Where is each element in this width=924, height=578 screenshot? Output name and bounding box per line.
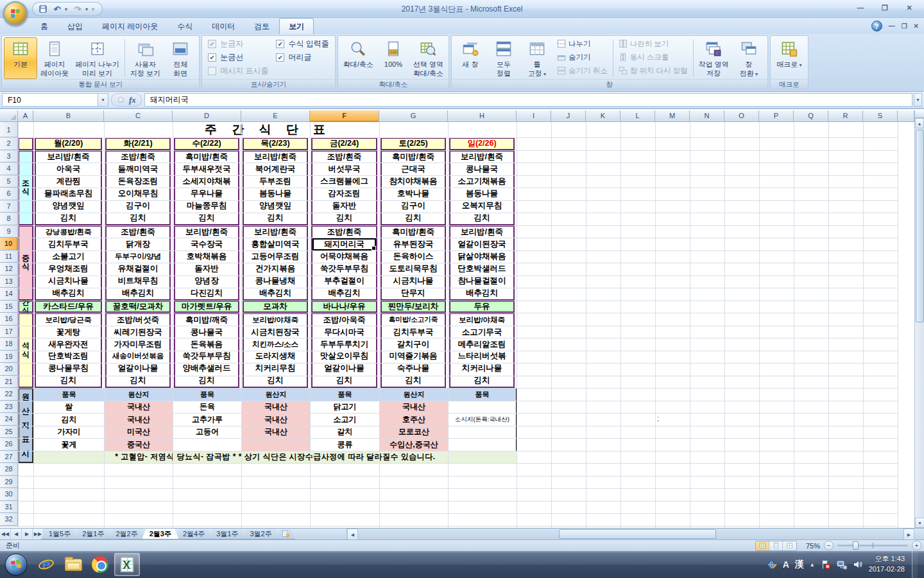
prev-sheet-icon[interactable]: ◀	[11, 529, 22, 539]
first-sheet-icon[interactable]: ◀◀	[0, 529, 11, 539]
ribbon-button[interactable]: 페이지 레이아웃	[37, 37, 72, 79]
meal-cell[interactable]: 닭개장	[107, 238, 169, 250]
meal-cell[interactable]: 김치	[450, 212, 513, 224]
row-header-29[interactable]: 29	[0, 476, 18, 489]
meal-cell[interactable]: 무다시마국	[312, 326, 376, 338]
row-header-10[interactable]: 10	[0, 238, 18, 250]
meal-cell[interactable]: 얼갈이나물	[107, 362, 169, 374]
snack-cell[interactable]: 꿀호떡/모과차	[105, 301, 171, 313]
ribbon-button[interactable]: 동시 스크롤	[615, 51, 691, 64]
row-header-6[interactable]: 6	[0, 188, 18, 200]
snack-cell[interactable]: 마가렛트/우유	[174, 301, 239, 313]
ribbon-checkbox[interactable]: ✔눈금선	[204, 51, 272, 64]
meal-cell[interactable]: 단호박조림	[36, 350, 101, 362]
meal-cell[interactable]: 돈육장조림	[107, 175, 169, 188]
row-header-21[interactable]: 21	[0, 376, 18, 389]
row-header-12[interactable]: 12	[0, 263, 18, 276]
redo-icon[interactable]: ↷	[71, 3, 84, 15]
meal-cell[interactable]: 참나물겉절이	[450, 275, 513, 287]
meal-cell[interactable]: 김구이	[107, 200, 169, 212]
meal-cell[interactable]: 조밥/흰죽	[107, 152, 169, 164]
origin-cell[interactable]: 김치	[34, 414, 105, 426]
meal-cell[interactable]: 김치	[382, 212, 445, 224]
origin-cell[interactable]: 국내산	[105, 414, 173, 426]
minimize-button[interactable]: —	[852, 3, 869, 13]
meal-cell[interactable]: 김치	[382, 374, 445, 387]
meal-cell[interactable]: 보리밥/당근죽	[36, 314, 101, 326]
meal-cell[interactable]: 김치	[175, 374, 238, 387]
column-header-S[interactable]: S	[863, 110, 898, 122]
meal-cell[interactable]: 건가지볶음	[244, 263, 307, 275]
meal-cell[interactable]: 김치	[312, 374, 376, 387]
normal-view-button[interactable]	[756, 541, 769, 550]
zoom-slider[interactable]	[837, 545, 908, 547]
meal-cell[interactable]: 봄동나물	[244, 188, 307, 200]
meal-cell[interactable]: 배추김치	[450, 287, 513, 299]
meal-cell[interactable]: 얼갈이나물	[312, 362, 376, 374]
meal-cell[interactable]: 보리밥/흰죽	[244, 152, 307, 164]
row-header-25[interactable]: 25	[0, 426, 18, 439]
origin-cell[interactable]: 콩류	[311, 439, 380, 451]
meal-cell[interactable]: 양념장	[175, 275, 238, 287]
tray-expand-icon[interactable]: ▲	[810, 562, 815, 568]
snack-cell[interactable]: 카스타드/우유	[35, 301, 102, 313]
origin-cell[interactable]: 고등어	[173, 426, 242, 439]
origin-cell[interactable]: 중국산	[105, 439, 173, 451]
meal-cell[interactable]: 스크램블에그	[312, 175, 376, 188]
meal-cell[interactable]: 김치	[244, 212, 307, 224]
meal-cell[interactable]: 참치야채볶음	[382, 175, 445, 188]
origin-cell[interactable]	[242, 439, 311, 451]
column-header-H[interactable]: H	[448, 110, 517, 122]
origin-cell[interactable]	[449, 426, 517, 439]
row-header-20[interactable]: 20	[0, 363, 18, 376]
meal-cell[interactable]: 보리밥/흰죽	[244, 227, 307, 239]
origin-cell[interactable]: 돈육	[173, 401, 242, 414]
taskbar-chrome[interactable]	[87, 553, 113, 576]
action-center-flag-icon[interactable]	[821, 559, 831, 570]
sheet-tab-2월2주[interactable]: 2월2주	[108, 529, 146, 539]
meal-cell[interactable]: 단무지	[382, 287, 445, 299]
taskbar-internet-explorer[interactable]: e	[33, 553, 59, 576]
next-sheet-icon[interactable]: ▶	[22, 529, 33, 539]
ribbon-tab[interactable]: 검토	[244, 18, 279, 34]
column-header-A[interactable]: A	[18, 110, 33, 122]
ribbon-button[interactable]: 창 전환 ▾	[732, 37, 766, 79]
origin-cell[interactable]: 고추가루	[173, 414, 242, 426]
ribbon-button[interactable]: 창 위치 다시 정렬	[615, 64, 691, 78]
meal-cell[interactable]: 가자미무조림	[107, 338, 169, 351]
meal-cell[interactable]: 쑥갓두부무침	[175, 350, 238, 362]
ribbon-button[interactable]: 기본	[4, 37, 37, 79]
ribbon-tab[interactable]: 페이지 레이아웃	[92, 18, 167, 34]
meal-cell[interactable]: 김치두부국	[36, 238, 101, 250]
ime-language-hanja[interactable]: 漢	[795, 559, 804, 570]
meal-cell[interactable]: 부추겉절이	[312, 275, 376, 287]
row-header-31[interactable]: 31	[0, 501, 18, 514]
meal-cell[interactable]: 호박채볶음	[175, 250, 238, 263]
meal-cell[interactable]: 김치	[36, 212, 101, 224]
taskbar-file-explorer[interactable]	[60, 553, 86, 576]
origin-cell[interactable]: 국내산	[105, 401, 173, 414]
sheet-tab-2월1주[interactable]: 2월1주	[74, 529, 112, 539]
meal-cell[interactable]: 배추김치	[312, 287, 376, 299]
page-layout-view-button[interactable]	[769, 541, 783, 550]
column-header-I[interactable]: I	[517, 110, 551, 122]
row-header-18[interactable]: 18	[0, 338, 18, 351]
zoom-level[interactable]: 75%	[801, 542, 820, 550]
meal-cell[interactable]: 김치	[36, 374, 101, 387]
meal-cell[interactable]: 감자조림	[312, 188, 376, 200]
ime-language-a[interactable]: A	[783, 559, 789, 570]
name-box-dropdown-icon[interactable]: ▾	[98, 93, 108, 107]
row-header-2[interactable]: 2	[0, 137, 18, 150]
meal-cell[interactable]: 비트채무침	[107, 275, 169, 287]
meal-cell[interactable]: 느타리버섯볶	[450, 350, 513, 362]
row-header-9[interactable]: 9	[0, 225, 18, 238]
snack-cell[interactable]: 모과차	[243, 301, 308, 313]
meal-cell[interactable]: 돈육하이스	[382, 250, 445, 263]
ribbon-button[interactable]: 선택 영역 확대/축소	[410, 37, 447, 79]
origin-cell[interactable]: 국내산	[242, 426, 311, 439]
meal-cell[interactable]: 갈치구이	[382, 338, 445, 351]
origin-cell[interactable]	[449, 401, 517, 414]
workbook-close-button[interactable]: ✕	[914, 22, 919, 30]
meal-cell[interactable]: 메추리알조림	[450, 338, 513, 351]
meal-cell[interactable]: 근대국	[382, 163, 445, 175]
